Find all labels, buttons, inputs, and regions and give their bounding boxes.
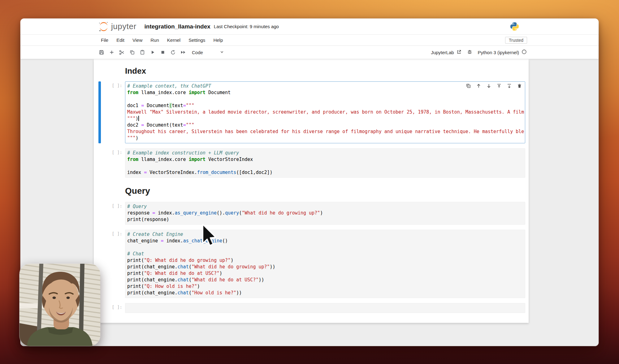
trusted-badge[interactable]: Trusted bbox=[505, 37, 527, 44]
stop-kernel-icon[interactable] bbox=[158, 48, 168, 57]
restart-kernel-icon[interactable] bbox=[168, 48, 178, 57]
code-cell[interactable]: [ ]:# Example index construction + LLM q… bbox=[94, 148, 525, 178]
cell-editor[interactable]: # Example index construction + LLM query… bbox=[125, 148, 525, 178]
code-cell[interactable]: [ ]:# Queryresponse = index.as_query_eng… bbox=[94, 202, 525, 225]
cell-prompt: [ ]: bbox=[94, 202, 125, 225]
presenter-webcam-video bbox=[19, 264, 100, 346]
menu-bar: File Edit View Run Kernel Settings Help … bbox=[20, 35, 599, 46]
cell-editor[interactable]: # Queryresponse = index.as_query_engine(… bbox=[125, 202, 525, 225]
code-cell[interactable]: [ ]: bbox=[94, 303, 525, 313]
save-icon[interactable] bbox=[96, 48, 106, 57]
move-cell-up-icon[interactable] bbox=[476, 83, 481, 89]
menu-view[interactable]: View bbox=[128, 37, 146, 43]
run-all-icon[interactable] bbox=[178, 48, 188, 57]
insert-cell-above-icon[interactable] bbox=[496, 83, 502, 89]
desktop: { "header": { "brand": "jupyter", "noteb… bbox=[0, 0, 619, 364]
selected-cell-indicator bbox=[98, 81, 101, 143]
external-link-icon[interactable] bbox=[457, 50, 461, 55]
move-cell-down-icon[interactable] bbox=[486, 83, 491, 89]
code-cell[interactable]: [ ]:# Create Chat Enginechat_engine = in… bbox=[94, 230, 525, 298]
jupyter-window: jupyter integration_llama-index Last Che… bbox=[20, 19, 599, 346]
notebook-scroll-area[interactable]: Index[ ]:# Example context, thx ChatGPTf… bbox=[20, 59, 599, 346]
paste-cell-icon[interactable] bbox=[137, 48, 147, 57]
jupyterlab-link[interactable]: JupyterLab bbox=[431, 50, 454, 55]
chevron-down-icon bbox=[220, 50, 224, 55]
run-cell-icon[interactable] bbox=[147, 48, 158, 57]
cell-editor[interactable]: # Create Chat Enginechat_engine = index.… bbox=[125, 230, 525, 298]
menu-settings[interactable]: Settings bbox=[184, 37, 209, 43]
code-cell[interactable]: [ ]:# Example context, thx ChatGPTfrom l… bbox=[94, 81, 525, 143]
section-heading[interactable]: Query bbox=[125, 186, 525, 196]
cell-editor[interactable]: # Example context, thx ChatGPTfrom llama… bbox=[125, 81, 525, 143]
menu-edit[interactable]: Edit bbox=[112, 37, 128, 43]
title-bar[interactable]: jupyter integration_llama-index Last Che… bbox=[20, 19, 599, 35]
text-cursor bbox=[138, 116, 139, 121]
python-logo-icon bbox=[510, 22, 519, 31]
notebook-title[interactable]: integration_llama-index bbox=[145, 23, 210, 30]
jupyter-logo-icon bbox=[98, 21, 109, 32]
kernel-status-icon[interactable] bbox=[522, 49, 527, 55]
notebook-page: Index[ ]:# Example context, thx ChatGPTf… bbox=[94, 59, 529, 323]
insert-cell-below-icon[interactable] bbox=[507, 83, 512, 89]
section-heading[interactable]: Index bbox=[125, 66, 525, 76]
cut-cell-icon[interactable] bbox=[117, 48, 127, 57]
kernel-name[interactable]: Python 3 (ipykernel) bbox=[478, 50, 519, 55]
menu-kernel[interactable]: Kernel bbox=[163, 37, 184, 43]
cell-type-select[interactable]: Code bbox=[192, 50, 224, 55]
cell-prompt: [ ]: bbox=[94, 148, 125, 178]
delete-cell-icon[interactable] bbox=[517, 83, 522, 89]
cell-type-value: Code bbox=[192, 50, 203, 55]
jupyter-brand-text: jupyter bbox=[111, 22, 136, 31]
copy-cell-icon[interactable] bbox=[127, 48, 137, 57]
toolbar: Code JupyterLab Python 3 (ipykernel) bbox=[20, 46, 599, 59]
checkpoint-status: Last Checkpoint: 9 minutes ago bbox=[214, 24, 279, 29]
notebook-cells: Index[ ]:# Example context, thx ChatGPTf… bbox=[94, 66, 529, 313]
menu-run[interactable]: Run bbox=[146, 37, 163, 43]
duplicate-cell-icon[interactable] bbox=[466, 83, 471, 89]
menu-file[interactable]: File bbox=[97, 37, 112, 43]
cell-editor[interactable] bbox=[125, 303, 525, 313]
cell-toolbar bbox=[466, 83, 522, 89]
menu-help[interactable]: Help bbox=[209, 37, 227, 43]
debugger-bug-icon[interactable] bbox=[467, 49, 472, 55]
add-cell-icon[interactable] bbox=[106, 48, 117, 57]
